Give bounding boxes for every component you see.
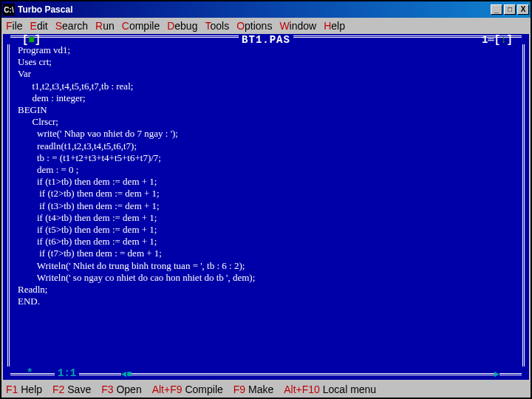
menubar: File Edit Search Run Compile Debug Tools…	[1, 18, 531, 34]
cursor-position: 1:1	[55, 367, 79, 379]
scroll-left-icon[interactable]: ◄■	[121, 369, 132, 380]
titlebar[interactable]: C:\ Turbo Pascal _ □ X	[1, 1, 531, 18]
window-title: Turbo Pascal	[18, 4, 489, 15]
editor-frame-bottom: * 1:1 ◄■ ►	[3, 366, 529, 380]
editor-frame-right	[519, 44, 525, 366]
menu-tools[interactable]: Tools	[205, 20, 229, 32]
menu-debug[interactable]: Debug	[167, 20, 197, 32]
editor-frame-left	[7, 44, 13, 366]
status-make[interactable]: F9 Make	[233, 383, 273, 395]
statusbar: F1 Help F2 Save F3 Open Alt+F9 Compile F…	[1, 381, 531, 398]
menu-search[interactable]: Search	[55, 20, 88, 32]
status-save[interactable]: F2 Save	[52, 383, 91, 395]
menu-compile[interactable]: Compile	[122, 20, 160, 32]
menu-help[interactable]: Help	[324, 20, 345, 32]
maximize-button[interactable]: □	[504, 4, 516, 15]
status-help[interactable]: F1 Help	[6, 383, 42, 395]
menu-edit[interactable]: Edit	[30, 20, 48, 32]
status-open[interactable]: F3 Open	[101, 383, 141, 395]
scroll-right-icon[interactable]: ►	[494, 369, 499, 380]
horizontal-scrollbar[interactable]: ◄■ ►	[121, 369, 499, 378]
code-content[interactable]: Program vd1; Uses crt; Var t1,t2,t3,t4,t…	[18, 44, 516, 366]
status-localmenu[interactable]: Alt+F10 Local menu	[284, 383, 376, 395]
app-icon: C:\	[3, 4, 15, 16]
minimize-button[interactable]: _	[491, 4, 502, 15]
app-window: C:\ Turbo Pascal _ □ X File Edit Search …	[0, 0, 532, 399]
modified-indicator: *	[27, 367, 33, 379]
menu-run[interactable]: Run	[95, 20, 115, 32]
menu-window[interactable]: Window	[279, 20, 316, 32]
status-compile[interactable]: Alt+F9 Compile	[152, 383, 223, 395]
menu-options[interactable]: Options	[236, 20, 272, 32]
menu-file[interactable]: File	[6, 20, 23, 32]
close-button[interactable]: X	[517, 4, 529, 15]
editor-area[interactable]: [■] BT1.PAS 1═[↕] Program vd1; Uses crt;…	[1, 34, 531, 381]
